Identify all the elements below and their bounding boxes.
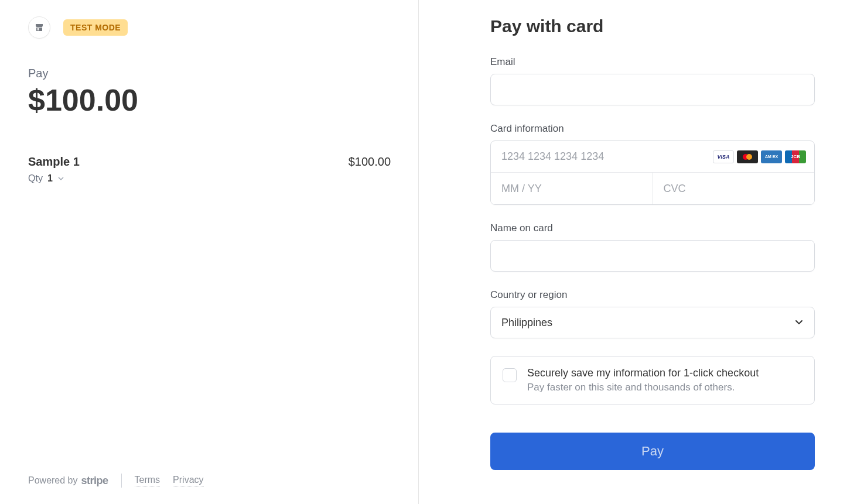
email-input[interactable] [490,74,815,105]
panel-divider [418,0,419,504]
email-label: Email [490,56,815,68]
jcb-icon: JCB [785,150,806,163]
card-input-group: VISA AM EX JCB [490,140,815,205]
line-item-name: Sample 1 [28,155,80,169]
card-number-input[interactable] [501,141,713,172]
line-item-price: $100.00 [349,155,391,169]
country-label: Country or region [490,289,815,301]
card-brand-icons: VISA AM EX JCB [713,150,806,163]
email-field-group: Email [490,56,815,105]
payment-form-panel: Pay with card Email Card information VIS… [419,0,864,504]
save-info-subtitle: Pay faster on this site and thousands of… [527,382,759,393]
save-info-box: Securely save my information for 1-click… [490,356,815,404]
order-summary-panel: TEST MODE Pay $100.00 Sample 1 Qty 1 $10… [0,0,419,504]
card-field-group: Card information VISA AM EX JCB [490,123,815,205]
line-item: Sample 1 Qty 1 $100.00 [28,155,391,184]
visa-icon: VISA [713,150,734,163]
pay-button[interactable]: Pay [490,433,815,470]
summary-footer: Powered by stripe Terms Privacy [28,474,391,488]
save-info-checkbox[interactable] [503,368,517,382]
amex-icon: AM EX [761,150,782,163]
name-field-group: Name on card [490,222,815,272]
test-mode-badge: TEST MODE [63,19,128,36]
summary-header: TEST MODE [28,16,391,39]
country-field-group: Country or region Philippines [490,289,815,338]
mastercard-icon [737,150,758,163]
powered-by-text: Powered by [28,475,78,486]
card-expiry-input[interactable] [491,173,653,204]
quantity-selector[interactable]: Qty 1 [28,173,80,184]
name-label: Name on card [490,222,815,234]
footer-separator [121,474,122,488]
store-icon [35,23,44,32]
page-title: Pay with card [490,16,815,36]
chevron-down-icon [57,175,64,182]
cardholder-name-input[interactable] [490,240,815,272]
save-info-title: Securely save my information for 1-click… [527,367,759,379]
qty-label: Qty [28,173,43,184]
card-cvc-input[interactable] [653,173,815,204]
country-select[interactable]: Philippines [490,307,815,338]
stripe-logo: stripe [81,475,108,487]
pay-label: Pay [28,67,391,80]
qty-value: 1 [47,173,53,184]
merchant-icon[interactable] [28,16,50,39]
card-info-label: Card information [490,123,815,135]
powered-by-stripe[interactable]: Powered by stripe [28,475,108,487]
total-amount: $100.00 [28,83,391,118]
terms-link[interactable]: Terms [135,475,160,486]
svg-point-1 [746,154,752,160]
privacy-link[interactable]: Privacy [173,475,203,486]
